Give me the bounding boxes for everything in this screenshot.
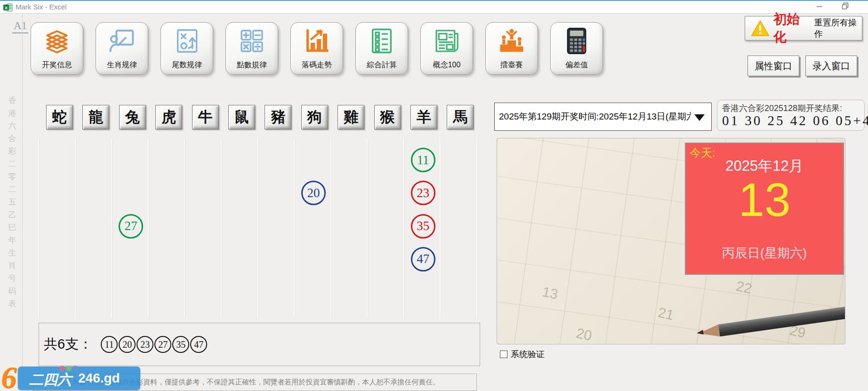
properties-window-label: 属性窗口 [755,60,792,72]
ball-20: 20 [301,181,326,205]
zodiac-tab-8[interactable]: 狗 [301,105,328,129]
properties-window-button[interactable]: 属性窗口 [747,56,799,76]
grid-column-line [184,138,185,318]
grid-column-line [111,138,112,318]
toolbar-button-label: 點數規律 [237,60,267,70]
grid-column-line [367,138,368,318]
summary-ball-20: 20 [119,336,136,353]
grid-column-line [257,138,258,318]
last-result-title: 香港六合彩2025128期开奖结果: [722,103,842,114]
entry-window-label: 录入窗口 [812,60,850,72]
toolbar-button-2[interactable]: 生肖规律 [96,22,148,75]
zodiac-tab-11[interactable]: 羊 [410,105,437,129]
tactics-icon [172,26,201,56]
toolbar-button-label: 落碼走勢 [302,60,332,70]
zodiac-tab-9[interactable]: 雞 [338,105,364,129]
initialize-label: 初始化 [773,10,811,46]
toolbar-button-5[interactable]: 落碼走勢 [290,22,343,75]
books-icon [42,26,72,56]
grid-column-line [294,138,295,318]
watermark-text-cn: 二四六 [29,370,72,390]
trend-chart-icon [302,26,331,56]
grid-column-line [476,138,477,318]
grid-column-line [403,138,404,318]
toolbar-button-label: 开奖信息 [42,60,72,70]
zodiac-number-grid: 272011233547 [39,138,477,318]
zodiac-tab-10[interactable]: 猴 [374,105,401,129]
toolbar-button-7[interactable]: 概念100 [420,22,473,75]
watermark-digit: 6 [1,359,16,391]
warning-icon [751,19,770,37]
svg-text:X: X [5,5,8,10]
checklist-icon [367,26,396,56]
newspaper-icon [432,26,461,56]
grid-column-line [440,138,441,318]
vertical-caption: 香港六合彩二零二五乙巳年生肖号码表 [7,94,18,310]
toolbar-button-3[interactable]: 尾数规律 [161,22,213,75]
zodiac-tab-5[interactable]: 牛 [192,105,219,129]
summary-ball-35: 35 [172,336,189,353]
initialize-button[interactable]: 初始化 重置所有操作 [745,16,862,40]
zodiac-tab-3[interactable]: 兔 [119,105,146,129]
today-day: 13 [686,173,843,227]
period-dropdown[interactable]: 2025年第129期开奖时间:2025年12月13日(星期六) [494,103,712,131]
zodiac-tab-12[interactable]: 馬 [447,105,474,129]
toolbar-button-label: 偏差值 [565,60,588,70]
summary-label: 共6支： [44,335,92,354]
zodiac-board-icon [107,26,137,56]
toolbar-button-label: 概念100 [433,60,461,70]
summary-numbers: 112023273547 [101,336,208,353]
watermark-url: 246.gd [78,371,120,386]
last-result-numbers: 01 30 25 42 06 05+43 [722,113,868,128]
calendar-faint-number: 13 [541,284,560,303]
summary-ball-27: 27 [154,336,171,353]
ball-23: 23 [411,181,435,205]
podium-icon [497,26,526,56]
minimize-icon[interactable] [812,2,827,12]
initialize-description: 重置所有操作 [814,17,862,40]
calculator-icon [562,26,591,56]
watermark-box: 二四六 246.gd [18,367,140,390]
toolbar-button-8[interactable]: 擂臺賽 [485,22,538,75]
ball-47: 47 [411,247,435,271]
summary-ball-23: 23 [137,336,153,353]
zodiac-tab-7[interactable]: 豬 [265,105,291,129]
toolbar-button-label: 擂臺賽 [500,60,523,70]
grid-column-line [38,138,39,318]
today-card: 今天: 2025年12月 13 丙辰日(星期六) [685,143,844,275]
zodiac-tab-1[interactable]: 蛇 [46,105,73,129]
restore-icon[interactable] [838,2,852,12]
excel-icon: X [3,3,13,12]
grid-column-line [330,138,331,318]
left-divider [22,13,23,387]
system-verify-checkbox[interactable]: 系统验证 [500,349,545,360]
period-dropdown-value: 2025年第129期开奖时间:2025年12月13日(星期六) [499,111,691,123]
zodiac-tab-2[interactable]: 龍 [82,105,109,129]
chevron-down-icon [694,114,705,121]
toolbar-button-label: 綜合計算 [367,60,397,70]
toolbar-button-1[interactable]: 开奖信息 [31,22,83,75]
calendar-faint-number: 20 [575,325,594,344]
entry-window-button[interactable]: 录入窗口 [805,56,857,76]
zodiac-tab-4[interactable]: 虎 [155,105,182,129]
system-verify-label: 系统验证 [511,349,545,360]
calendar-faint-number: 21 [657,304,675,323]
grid-column-line [221,138,222,318]
window-title: Mark Six - Excel [16,3,66,11]
toolbar-button-4[interactable]: 點數規律 [225,22,278,75]
math-icon [237,26,266,56]
calendar-faint-number: 22 [735,278,754,297]
grid-column-line [75,138,76,318]
title-bar: X Mark Six - Excel [0,0,868,14]
toolbar-button-label: 生肖规律 [107,60,137,70]
toolbar-button-6[interactable]: 綜合計算 [355,22,408,75]
mark-six-app-window: X Mark Six - Excel A1 开奖信息 生肖规律 尾数规律 點數規… [0,0,868,391]
ball-35: 35 [411,214,435,239]
zodiac-tab-6[interactable]: 鼠 [228,105,255,129]
toolbar-button-label: 尾数规律 [172,60,202,70]
last-result-panel: 香港六合彩2025128期开奖结果: 01 30 25 42 06 05+43 [717,100,865,131]
toolbar-button-9[interactable]: 偏差值 [550,22,603,75]
cell-reference: A1 [12,20,28,33]
checkbox-icon[interactable] [500,351,507,358]
summary-ball-47: 47 [190,336,207,353]
